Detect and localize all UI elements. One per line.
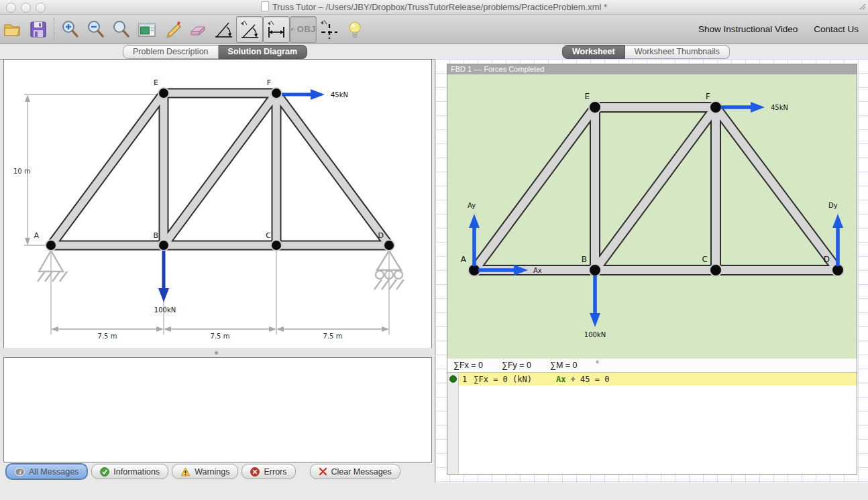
dimension-visibility-toggle[interactable] (263, 16, 290, 43)
toolbar-separator (54, 18, 55, 41)
informations-button[interactable]: Informations (91, 464, 168, 479)
span1-label: 7.5 m (98, 332, 117, 340)
title-bar: Truss Tutor – /Users/JBY/Dropbox/TrussTu… (0, 0, 868, 15)
angle-tool-icon (213, 19, 234, 40)
force-45kN: 45kN (282, 89, 348, 100)
tab-worksheet-thumbnails[interactable]: Worksheet Thumbnails (625, 45, 730, 59)
main-toolbar: OBJ Show Instructional Video Contact Us (0, 15, 868, 44)
eraser-icon (188, 19, 208, 40)
equation-variable: Ax (556, 375, 565, 384)
degree-button[interactable]: ° (596, 360, 599, 367)
solution-diagram: 10 m 7.5 m 7.5 m 7.5 m (4, 60, 430, 347)
height-dimension: 10 m (13, 95, 31, 245)
worksheet-panel: FBD 1 –– Forces Completed A B C D E F (435, 59, 868, 483)
fbd-label-D: D (824, 255, 830, 264)
equation-lhs: ∑Fx = 0 (kN) (474, 375, 532, 384)
obj-visibility-toggle[interactable]: OBJ (290, 16, 317, 43)
tab-worksheet[interactable]: Worksheet (562, 45, 625, 59)
sum-fx-button[interactable]: ∑Fx = 0 (453, 361, 483, 370)
open-folder-icon (3, 19, 23, 40)
equation-rows-area: 1 ∑Fx = 0 (kN) Ax + 45 = 0 (447, 373, 857, 474)
pencil-icon (162, 19, 182, 40)
pin-support-A (38, 251, 67, 282)
errors-button[interactable]: Errors (241, 464, 295, 479)
sum-fy-button[interactable]: ∑Fy = 0 (502, 361, 531, 370)
span3-label: 7.5 m (323, 332, 343, 340)
tab-row: Problem Description Solution Diagram Wor… (0, 44, 868, 60)
horizontal-splitter[interactable] (0, 348, 433, 357)
height-dimension-label: 10 m (13, 168, 31, 175)
clear-x-icon (319, 467, 327, 476)
tab-solution-diagram[interactable]: Solution Diagram (219, 45, 307, 59)
force-45kN-label: 45kN (331, 91, 348, 99)
screenshot-button[interactable] (134, 17, 160, 42)
splitter-grip-icon (215, 351, 218, 355)
zoom-out-icon (86, 19, 106, 40)
check-icon (100, 467, 109, 477)
obj-visibility-icon (290, 25, 296, 34)
fbd-card[interactable]: FBD 1 –– Forces Completed A B C D E F (447, 64, 857, 475)
label-B: B (153, 231, 158, 240)
span2-label: 7.5 m (211, 332, 230, 340)
label-D: D (378, 231, 384, 240)
warning-icon (180, 467, 191, 477)
clear-messages-button[interactable]: Clear Messages (310, 464, 400, 479)
fbd-header[interactable]: FBD 1 –– Forces Completed (447, 64, 857, 74)
show-instructional-video-link[interactable]: Show Instructional Video (698, 24, 798, 34)
warnings-button[interactable]: Warnings (172, 464, 238, 479)
equation-rest: + 45 = 0 (565, 375, 609, 384)
save-button[interactable] (25, 17, 51, 42)
fbd-label-F: F (706, 92, 710, 101)
pencil-button[interactable] (160, 17, 185, 42)
label-F: F (267, 78, 271, 87)
equation-row[interactable]: 1 ∑Fx = 0 (kN) Ax + 45 = 0 (459, 373, 857, 385)
zoom-in-button[interactable] (58, 17, 83, 42)
fbd-force-45kN-label: 45kN (771, 104, 788, 111)
label-C: C (266, 231, 271, 240)
all-messages-button[interactable]: i All Messages (5, 463, 88, 480)
hint-button[interactable] (342, 17, 368, 42)
left-tab-group: Problem Description Solution Diagram (123, 45, 307, 59)
open-folder-button[interactable] (0, 17, 25, 42)
tab-problem-description[interactable]: Problem Description (123, 45, 219, 59)
label-A: A (34, 231, 39, 240)
resize-grip-icon[interactable] (858, 2, 866, 10)
info-icon: i (15, 468, 25, 476)
angle-visibility-icon (239, 19, 260, 40)
crosshair-visibility-icon (319, 19, 340, 40)
equation-gutter (447, 373, 459, 474)
save-icon (28, 19, 48, 40)
solution-diagram-panel: 10 m 7.5 m 7.5 m 7.5 m (3, 59, 432, 349)
obj-label: OBJ (297, 24, 316, 34)
screenshot-icon (137, 19, 157, 40)
fbd-diagram: A B C D E F 45kN Ay (447, 74, 855, 359)
fbd-canvas[interactable]: A B C D E F 45kN Ay (447, 74, 857, 359)
sum-m-button[interactable]: ∑M = 0 (550, 361, 578, 370)
fbd-force-100kN[interactable]: 100kN (584, 275, 606, 338)
fbd-force-100kN-label: 100kN (584, 331, 606, 338)
span-dimensions: 7.5 m 7.5 m 7.5 m (51, 326, 389, 340)
document-icon (261, 1, 269, 11)
right-tab-group: Worksheet Worksheet Thumbnails (562, 45, 730, 59)
crosshair-visibility-toggle[interactable] (317, 17, 342, 42)
fbd-label-E: E (584, 92, 590, 101)
force-100kN-label: 100kN (154, 306, 176, 314)
zoom-in-icon (60, 19, 80, 40)
contact-us-link[interactable]: Contact Us (814, 24, 859, 34)
fbd-label-C: C (702, 255, 708, 264)
label-E: E (154, 78, 158, 87)
zoom-out-button[interactable] (83, 17, 109, 42)
fbd-label-A: A (461, 255, 467, 264)
fbd-reaction-Ax-label: Ax (533, 267, 542, 274)
angle-tool-button[interactable] (211, 17, 236, 42)
equation-status-dot (449, 375, 457, 383)
fbd-label-B: B (582, 255, 587, 264)
angle-visibility-toggle[interactable] (236, 16, 263, 43)
fbd-reaction-Dy-label: Dy (828, 202, 838, 209)
zoom-reset-button[interactable] (109, 17, 134, 42)
message-list-panel (3, 357, 432, 462)
lightbulb-icon (345, 19, 365, 40)
eraser-button[interactable] (185, 17, 211, 42)
fbd-force-45kN[interactable]: 45kN (721, 102, 788, 113)
window-title: Truss Tutor – /Users/JBY/Dropbox/TrussTu… (0, 1, 868, 12)
